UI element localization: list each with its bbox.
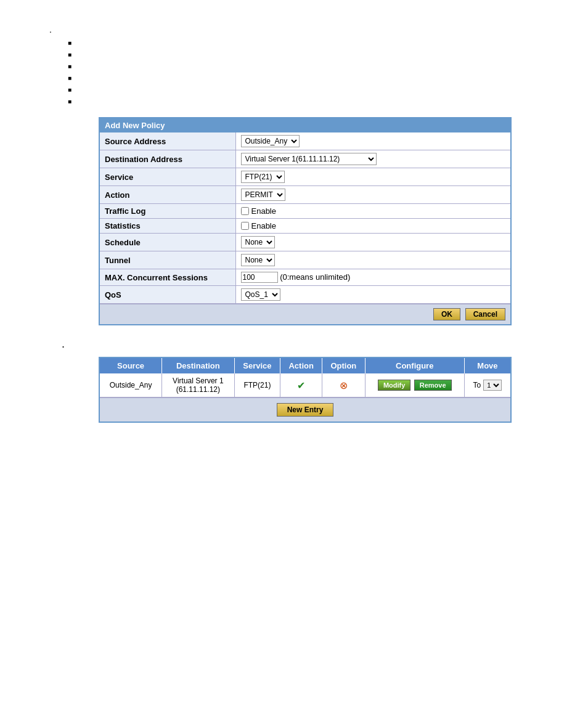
max-sessions-row: MAX. Concurrent Sessions (0:means unlimi… bbox=[100, 269, 510, 286]
action-select[interactable]: PERMIT bbox=[241, 189, 285, 201]
bullet-item-5 bbox=[68, 86, 576, 93]
policy-table-header-row: Source Destination Service Action Option… bbox=[100, 358, 510, 373]
bullet-section-1: . bbox=[49, 25, 576, 105]
destination-address-select[interactable]: Virtual Server 1(61.11.11.12) bbox=[241, 153, 377, 165]
bullet-item-4 bbox=[68, 75, 576, 81]
traffic-log-enable-text: Enable bbox=[251, 206, 276, 216]
max-sessions-input[interactable] bbox=[241, 272, 278, 283]
tunnel-select[interactable]: None bbox=[241, 254, 275, 266]
bullet-dot-1: . bbox=[49, 25, 576, 35]
col-configure: Configure bbox=[365, 358, 464, 373]
col-action: Action bbox=[280, 358, 322, 373]
col-move: Move bbox=[464, 358, 510, 373]
form-header: Add New Policy bbox=[100, 118, 510, 132]
max-sessions-hint: (0:means unlimited) bbox=[280, 272, 350, 282]
cell-action: ✔ bbox=[280, 373, 322, 397]
max-sessions-label: MAX. Concurrent Sessions bbox=[100, 269, 235, 286]
form-buttons-row: OK Cancel bbox=[100, 304, 510, 324]
cell-destination: Virtual Server 1 (61.11.11.12) bbox=[162, 373, 234, 397]
move-cell[interactable]: To 1 bbox=[470, 380, 505, 391]
destination-line2: (61.11.11.12) bbox=[176, 385, 220, 394]
cell-configure[interactable]: Modify Remove bbox=[365, 373, 464, 397]
statistics-label: Statistics bbox=[100, 219, 235, 234]
destination-line1: Virtual Server 1 bbox=[173, 377, 223, 385]
statistics-row: Statistics Enable bbox=[100, 219, 510, 234]
separator-dot: . bbox=[62, 338, 576, 351]
service-select[interactable]: FTP(21) bbox=[241, 171, 285, 183]
statistics-checkbox[interactable] bbox=[241, 222, 249, 230]
qos-row: QoS QoS_1 bbox=[100, 286, 510, 304]
traffic-log-row: Traffic Log Enable bbox=[100, 204, 510, 219]
source-address-row: Source Address Outside_Any bbox=[100, 132, 510, 150]
service-value[interactable]: FTP(21) bbox=[235, 168, 510, 186]
traffic-log-checkbox-label[interactable]: Enable bbox=[241, 206, 506, 216]
bullet-item-3 bbox=[68, 63, 576, 70]
add-new-policy-form: Add New Policy Source Address Outside_An… bbox=[99, 117, 512, 325]
policy-form-table: Source Address Outside_Any Destination A… bbox=[100, 132, 510, 304]
move-select[interactable]: 1 bbox=[483, 380, 502, 391]
cancel-button[interactable]: Cancel bbox=[465, 308, 505, 320]
bullet-item-6 bbox=[68, 98, 576, 105]
service-row: Service FTP(21) bbox=[100, 168, 510, 186]
ok-button[interactable]: OK bbox=[433, 308, 460, 320]
action-value[interactable]: PERMIT bbox=[235, 186, 510, 204]
traffic-log-checkbox[interactable] bbox=[241, 207, 249, 215]
tunnel-label: Tunnel bbox=[100, 251, 235, 269]
destination-address-row: Destination Address Virtual Server 1(61.… bbox=[100, 150, 510, 168]
destination-address-value[interactable]: Virtual Server 1(61.11.11.12) bbox=[235, 150, 510, 168]
tunnel-row: Tunnel None bbox=[100, 251, 510, 269]
statistics-value[interactable]: Enable bbox=[235, 219, 510, 234]
action-row: Action PERMIT bbox=[100, 186, 510, 204]
action-label: Action bbox=[100, 186, 235, 204]
action-check-icon: ✔ bbox=[297, 380, 305, 391]
qos-select[interactable]: QoS_1 bbox=[241, 288, 280, 301]
bullet-item-1 bbox=[68, 39, 576, 46]
source-address-label: Source Address bbox=[100, 132, 235, 150]
option-lock-icon: ⊗ bbox=[340, 380, 348, 391]
cell-option: ⊗ bbox=[322, 373, 365, 397]
new-entry-row: New Entry bbox=[100, 397, 510, 422]
cell-service: FTP(21) bbox=[234, 373, 280, 397]
policy-table: Source Destination Service Action Option… bbox=[100, 358, 510, 397]
bullet-item-2 bbox=[68, 51, 576, 58]
table-row: Outside_Any Virtual Server 1 (61.11.11.1… bbox=[100, 373, 510, 397]
cell-source: Outside_Any bbox=[100, 373, 162, 397]
move-to-label: To bbox=[473, 381, 481, 389]
policy-table-container: Source Destination Service Action Option… bbox=[99, 357, 512, 423]
statistics-enable-text: Enable bbox=[251, 221, 276, 230]
tunnel-value[interactable]: None bbox=[235, 251, 510, 269]
col-service: Service bbox=[234, 358, 280, 373]
qos-value[interactable]: QoS_1 bbox=[235, 286, 510, 304]
schedule-label: Schedule bbox=[100, 234, 235, 251]
modify-button[interactable]: Modify bbox=[378, 380, 410, 391]
schedule-row: Schedule None bbox=[100, 234, 510, 251]
bullet-list-1 bbox=[68, 39, 576, 105]
traffic-log-label: Traffic Log bbox=[100, 204, 235, 219]
col-option: Option bbox=[322, 358, 365, 373]
schedule-select[interactable]: None bbox=[241, 236, 275, 248]
traffic-log-value[interactable]: Enable bbox=[235, 204, 510, 219]
source-address-select[interactable]: Outside_Any bbox=[241, 135, 300, 147]
qos-label: QoS bbox=[100, 286, 235, 304]
new-entry-button[interactable]: New Entry bbox=[277, 403, 334, 417]
remove-button[interactable]: Remove bbox=[414, 380, 452, 391]
cell-move[interactable]: To 1 bbox=[464, 373, 510, 397]
service-label: Service bbox=[100, 168, 235, 186]
max-sessions-value[interactable]: (0:means unlimited) bbox=[235, 269, 510, 286]
col-destination: Destination bbox=[162, 358, 234, 373]
col-source: Source bbox=[100, 358, 162, 373]
source-address-value[interactable]: Outside_Any bbox=[235, 132, 510, 150]
statistics-checkbox-label[interactable]: Enable bbox=[241, 221, 506, 230]
schedule-value[interactable]: None bbox=[235, 234, 510, 251]
destination-address-label: Destination Address bbox=[100, 150, 235, 168]
